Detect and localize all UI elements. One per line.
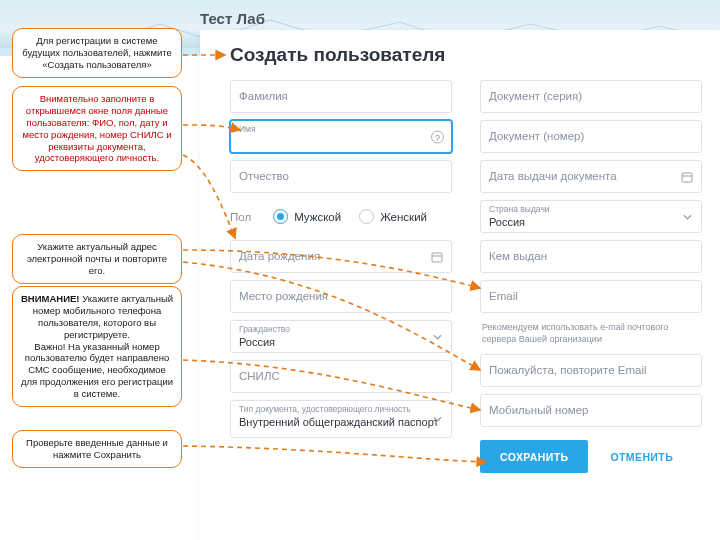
snils-placeholder: СНИЛС	[239, 362, 280, 390]
gender-male-label: Мужской	[294, 211, 341, 223]
right-column: Документ (серия) Документ (номер) Дата в…	[480, 80, 702, 473]
radio-dot-off	[359, 209, 374, 224]
birthdate-field[interactable]: Дата рождения	[230, 240, 452, 273]
name-value	[239, 135, 443, 147]
citizenship-value: Россия	[239, 335, 443, 349]
help-icon[interactable]: ?	[431, 130, 444, 143]
patronymic-field[interactable]: Отчество	[230, 160, 452, 193]
doc-country-field[interactable]: Страна выдачи Россия	[480, 200, 702, 233]
birthplace-field[interactable]: Место рождения	[230, 280, 452, 313]
snils-field[interactable]: СНИЛС	[230, 360, 452, 393]
phone-placeholder: Мобильный номер	[489, 396, 589, 424]
phone-field[interactable]: Мобильный номер	[480, 394, 702, 427]
doctype-value: Внутренний общегражданский паспорт	[239, 415, 443, 429]
doc-date-placeholder: Дата выдачи документа	[489, 162, 617, 190]
button-row: СОХРАНИТЬ ОТМЕНИТЬ	[480, 440, 702, 473]
name-field[interactable]: Имя ?	[230, 120, 452, 153]
doc-issuer-placeholder: Кем выдан	[489, 242, 547, 270]
birthplace-placeholder: Место рождения	[239, 282, 328, 310]
callout-phone-c: Важно! На указанный номер пользователю б…	[21, 341, 173, 400]
gender-label: Пол	[230, 211, 251, 223]
email-hint: Рекомендуем использовать e-mail почтовог…	[480, 320, 702, 347]
radio-dot-on	[273, 209, 288, 224]
callout-phone: ВНИМАНИЕ! Укажите актуальный номер мобил…	[12, 286, 182, 407]
doctype-label: Тип документа, удостоверяющего личность	[239, 405, 443, 414]
doc-series-placeholder: Документ (серия)	[489, 82, 582, 110]
chevron-down-icon	[683, 212, 692, 221]
patronymic-placeholder: Отчество	[239, 162, 289, 190]
gender-female[interactable]: Женский	[359, 209, 427, 224]
brand-title: Тест Лаб	[200, 10, 265, 27]
doctype-field[interactable]: Тип документа, удостоверяющего личность …	[230, 400, 452, 438]
calendar-icon	[431, 251, 443, 263]
create-user-modal: Создать пользователя Фамилия Имя ? Отчес…	[200, 30, 720, 540]
gender-row: Пол Мужской Женский	[230, 200, 452, 233]
modal-title: Создать пользователя	[230, 44, 702, 66]
svg-rect-2	[682, 173, 692, 182]
callout-create: Для регистрации в системе будущих пользо…	[12, 28, 182, 78]
doc-series-field[interactable]: Документ (серия)	[480, 80, 702, 113]
email2-placeholder: Пожалуйста, повторите Email	[489, 356, 647, 384]
doc-number-field[interactable]: Документ (номер)	[480, 120, 702, 153]
name-label: Имя	[239, 125, 443, 134]
callout-email: Укажите актуальный адрес электронной поч…	[12, 234, 182, 284]
doc-country-value: Россия	[489, 215, 693, 229]
chevron-down-icon	[433, 415, 442, 424]
doc-country-label: Страна выдачи	[489, 205, 693, 214]
citizenship-field[interactable]: Гражданство Россия	[230, 320, 452, 353]
birthdate-placeholder: Дата рождения	[239, 242, 320, 270]
surname-field[interactable]: Фамилия	[230, 80, 452, 113]
email-field[interactable]: Email	[480, 280, 702, 313]
gender-male[interactable]: Мужской	[273, 209, 341, 224]
callout-save: Проверьте введенные данные и нажмите Сох…	[12, 430, 182, 468]
cancel-button[interactable]: ОТМЕНИТЬ	[610, 440, 673, 473]
gender-female-label: Женский	[380, 211, 427, 223]
citizenship-label: Гражданство	[239, 325, 443, 334]
callout-phone-strong: ВНИМАНИЕ!	[21, 293, 82, 304]
email2-field[interactable]: Пожалуйста, повторите Email	[480, 354, 702, 387]
calendar-icon	[681, 171, 693, 183]
doc-issuer-field[interactable]: Кем выдан	[480, 240, 702, 273]
doc-date-field[interactable]: Дата выдачи документа	[480, 160, 702, 193]
email-placeholder: Email	[489, 282, 518, 310]
surname-placeholder: Фамилия	[239, 82, 288, 110]
svg-rect-0	[432, 253, 442, 262]
save-button[interactable]: СОХРАНИТЬ	[480, 440, 588, 473]
callout-fill: Внимательно заполните в открывшемся окне…	[12, 86, 182, 171]
left-column: Фамилия Имя ? Отчество Пол Мужской Женск…	[230, 80, 452, 473]
chevron-down-icon	[433, 332, 442, 341]
doc-number-placeholder: Документ (номер)	[489, 122, 584, 150]
